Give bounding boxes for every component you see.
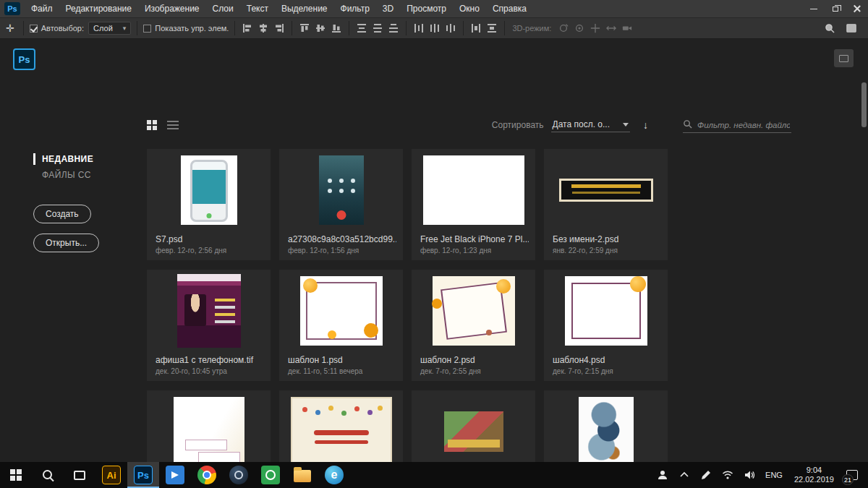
distribute-bottom-icon[interactable] [387,22,400,35]
file-card[interactable]: шаблон 1.psd дек. 11-го, 5:11 вечера [279,270,403,381]
speaker-icon [744,469,755,481]
grid-view-toggle[interactable] [147,120,157,130]
taskbar-app-edge[interactable]: e [318,462,350,488]
file-date: февр. 12-го, 1:56 дня [288,247,403,254]
menu-item[interactable]: Слои [206,0,240,17]
clock[interactable]: 9:04 22.02.2019 [788,462,841,488]
restore-button[interactable] [825,0,846,17]
menu-item[interactable]: 3D [376,0,400,17]
3d-roll-icon[interactable] [573,22,586,35]
file-card[interactable]: Free Jet Black iPhone 7 Pl... февр. 12-г… [412,149,535,260]
show-controls-checkbox[interactable]: Показать упр. элем. [143,24,229,33]
distribute-spacing-group [469,22,498,35]
scrollbar-thumb[interactable] [861,82,867,127]
open-button[interactable]: Открыть... [33,234,99,252]
align-center-horizontal-icon[interactable] [257,22,270,35]
home-sidebar: НЕДАВНИЕ ФАЙЛЫ CC Создать Открыть... [33,151,138,252]
autoselect-target-select[interactable]: Слой ▾ [88,22,131,35]
minimize-icon [810,9,817,9]
file-card[interactable] [544,390,668,462]
list-view-toggle[interactable] [167,119,179,131]
move-tool-icon[interactable]: ✛ [6,22,14,34]
volume-button[interactable] [739,462,760,488]
taskbar-app-explorer[interactable] [286,462,318,488]
show-hidden-icons-button[interactable] [673,462,695,488]
taskbar-search-button[interactable] [32,462,64,488]
3d-pan-icon[interactable] [589,22,602,35]
network-button[interactable] [717,462,739,488]
date-text: 22.02.2019 [794,475,834,484]
thumbnail-banner [559,179,653,202]
menu-item[interactable]: Справка [486,0,533,17]
distribute-right-icon[interactable] [444,22,457,35]
menu-item[interactable]: Фильтр [334,0,376,17]
task-view-icon [74,471,85,480]
file-card[interactable]: шаблон 2.psd дек. 7-го, 2:55 дня [412,270,535,381]
taskbar-app-illustrator[interactable]: Ai [95,462,127,488]
taskbar-app-green-app[interactable] [255,462,286,488]
menu-item[interactable]: Окно [453,0,486,17]
3d-slide-icon[interactable] [605,22,618,35]
distribute-spacing-vertical-icon[interactable] [485,22,498,35]
search-icon [42,469,54,481]
file-thumbnail [147,273,271,348]
file-card[interactable] [147,390,271,462]
file-card[interactable] [412,390,535,462]
show-controls-label: Показать упр. элем. [155,24,229,33]
distribute-center-icon[interactable] [428,22,441,35]
checkbox-checked-icon [30,25,38,33]
separator [349,21,349,35]
file-date: янв. 22-го, 2:59 дня [553,247,668,254]
taskbar-app-blue-app[interactable] [159,462,191,488]
menu-item[interactable]: Просмотр [400,0,453,17]
sort-direction-icon[interactable]: ↓ [643,119,648,131]
autoselect-checkbox[interactable]: Автовыбор: [30,24,84,33]
file-thumbnail [412,394,535,462]
menu-item[interactable]: Текст [240,0,275,17]
file-card[interactable]: S7.psd февр. 12-го, 2:56 дня [147,149,271,260]
taskbar-app-photoshop[interactable]: Ps [127,462,159,488]
distribute-top-icon[interactable] [355,22,368,35]
3d-orbit-icon[interactable] [557,22,570,35]
windows-ink-button[interactable] [695,462,717,488]
file-card[interactable]: Без имени-2.psd янв. 22-го, 2:59 дня [544,149,668,260]
language-indicator[interactable]: ENG [760,462,788,488]
taskbar-app-chrome[interactable] [191,462,223,488]
panel-button[interactable] [834,49,854,67]
file-card[interactable] [279,390,403,462]
filter-input[interactable] [683,119,791,133]
search-icon[interactable] [823,22,836,35]
menu-item[interactable]: Выделение [275,0,334,17]
menu-item[interactable]: Редактирование [59,0,138,17]
thumbnail-poster [177,274,241,348]
align-left-icon[interactable] [241,22,254,35]
distribute-middle-icon[interactable] [371,22,384,35]
align-top-icon[interactable] [298,22,311,35]
3d-camera-icon[interactable] [621,22,634,35]
sidebar-item-cc-files[interactable]: ФАЙЛЫ CC [33,167,138,183]
align-bottom-icon[interactable] [330,22,343,35]
file-card[interactable]: афиша1 с телефоном.tif дек. 20-го, 10:45… [147,270,271,381]
align-right-icon[interactable] [273,22,286,35]
action-center-button[interactable]: 21 [841,462,868,488]
optionsbar-right [823,22,862,35]
distribute-spacing-horizontal-icon[interactable] [469,22,482,35]
file-date: февр. 12-го, 2:56 дня [156,247,271,254]
minimize-button[interactable] [803,0,825,17]
distribute-left-icon[interactable] [412,22,425,35]
file-card[interactable]: a27308c9a8c03a512bcd99... февр. 12-го, 1… [279,149,403,260]
taskbar-app-steam[interactable] [223,462,255,488]
sort-select[interactable]: Дата посл. о... [551,118,630,132]
people-button[interactable] [652,462,673,488]
workspace-switcher-icon[interactable] [845,22,858,35]
file-card[interactable]: шаблон4.psd дек. 7-го, 2:15 дня [544,270,668,381]
menu-item[interactable]: Изображение [138,0,206,17]
file-date: дек. 7-го, 2:55 дня [420,367,535,375]
sidebar-item-recent[interactable]: НЕДАВНИЕ [33,151,138,167]
create-button[interactable]: Создать [33,205,91,223]
close-button[interactable] [846,0,868,17]
align-middle-icon[interactable] [314,22,327,35]
menu-item[interactable]: Файл [25,0,59,17]
task-view-button[interactable] [64,462,95,488]
start-button[interactable] [0,462,32,488]
